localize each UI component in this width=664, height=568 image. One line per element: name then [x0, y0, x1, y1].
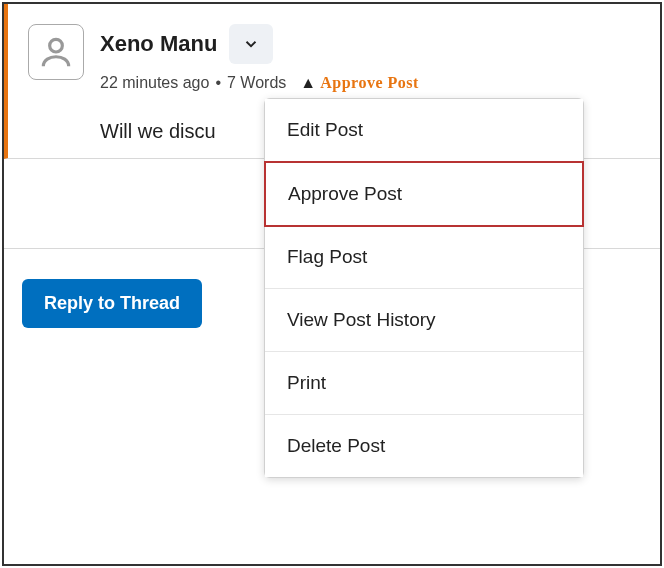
dropdown-item-edit-post[interactable]: Edit Post: [265, 99, 583, 162]
post-meta: 22 minutes ago • 7 Words ▲ Approve Post: [100, 74, 640, 92]
app-container: Xeno Manu 22 minutes ago • 7 Words ▲ App…: [2, 2, 662, 566]
dropdown-item-print[interactable]: Print: [265, 352, 583, 415]
svg-point-0: [50, 39, 63, 52]
post-info: Xeno Manu 22 minutes ago • 7 Words ▲ App…: [100, 24, 640, 92]
approve-hint: ▲ Approve Post: [300, 74, 419, 92]
reply-to-thread-button[interactable]: Reply to Thread: [22, 279, 202, 328]
dropdown-item-approve-post[interactable]: Approve Post: [264, 161, 584, 227]
author-row: Xeno Manu: [100, 24, 640, 64]
dropdown-item-flag-post[interactable]: Flag Post: [265, 226, 583, 289]
chevron-down-icon: [242, 35, 260, 53]
author-name: Xeno Manu: [100, 31, 217, 57]
post-actions-button[interactable]: [229, 24, 273, 64]
post-actions-dropdown: Edit Post Approve Post Flag Post View Po…: [264, 98, 584, 478]
word-count: 7 Words: [227, 74, 286, 92]
post-time: 22 minutes ago: [100, 74, 209, 92]
dropdown-item-delete-post[interactable]: Delete Post: [265, 415, 583, 477]
post-header: Xeno Manu 22 minutes ago • 7 Words ▲ App…: [28, 24, 640, 92]
meta-separator: •: [215, 74, 221, 92]
avatar: [28, 24, 84, 80]
person-icon: [37, 33, 75, 71]
dropdown-item-view-post-history[interactable]: View Post History: [265, 289, 583, 352]
